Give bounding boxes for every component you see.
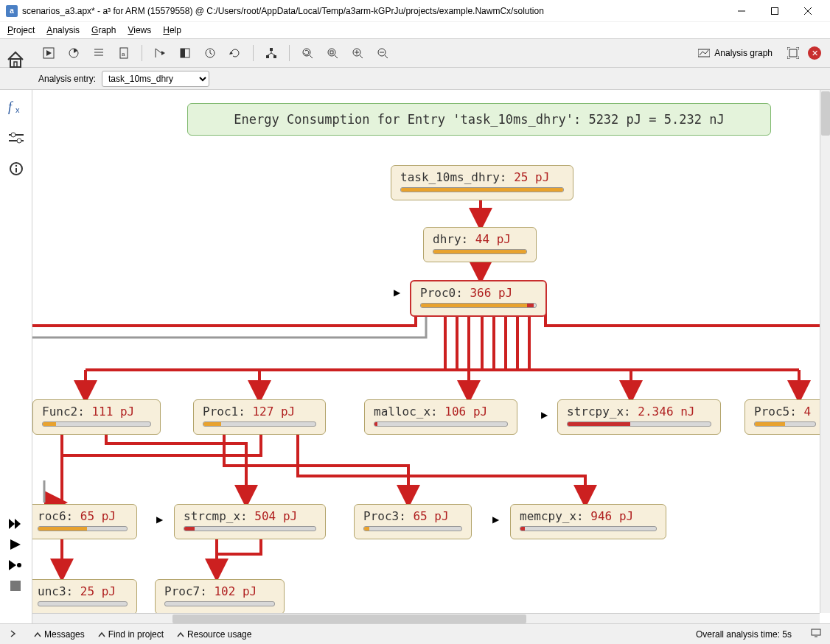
svg-text:a: a — [122, 51, 125, 57]
sidebar-play-to-icon[interactable] — [6, 557, 25, 573]
svg-marker-5 — [46, 50, 52, 56]
svg-rect-1 — [771, 7, 778, 14]
tool-zoom-in-icon[interactable] — [347, 43, 368, 63]
expand-caret[interactable]: ▶ — [541, 410, 548, 420]
sidebar-fast-forward-icon[interactable] — [6, 516, 25, 532]
node-value: 106 pJ — [444, 405, 487, 419]
analysis-graph-label[interactable]: Analysis graph — [692, 48, 778, 58]
expand-caret[interactable]: ▶ — [394, 287, 400, 298]
node-dhry[interactable]: dhry: 44 pJ — [423, 227, 537, 262]
svg-marker-58 — [10, 539, 21, 550]
sidebar-info-icon[interactable] — [5, 158, 27, 180]
chevron-up-icon — [34, 631, 41, 637]
node-strcmp_x[interactable]: strcmp_x: 504 pJ — [174, 504, 326, 539]
svg-line-35 — [385, 55, 388, 58]
node-func2[interactable]: Func2: 111 pJ — [32, 399, 161, 435]
status-messages[interactable]: Messages — [34, 629, 85, 640]
svg-text:x: x — [15, 105, 20, 114]
status-monitor-icon[interactable] — [811, 629, 821, 640]
sidebar-fx-icon[interactable]: fx — [5, 96, 27, 118]
graph-viewport[interactable]: Energy Consumption for Entry 'task_10ms_… — [32, 90, 830, 623]
node-proc3[interactable]: Proc3: 65 pJ — [354, 504, 472, 539]
node-memcpy_x[interactable]: memcpy_x: 946 pJ — [510, 504, 666, 539]
close-button[interactable] — [791, 0, 824, 22]
status-resource[interactable]: Resource usage — [177, 629, 251, 640]
svg-point-60 — [17, 563, 21, 567]
home-icon[interactable] — [6, 50, 28, 72]
node-label: roc6: — [38, 509, 73, 523]
left-sidebar: fx — [0, 90, 32, 623]
node-func3[interactable]: unc3: 25 pJ — [32, 579, 137, 615]
svg-point-54 — [15, 165, 16, 167]
minimize-button[interactable] — [725, 0, 758, 22]
tool-doc-icon[interactable]: a — [114, 43, 134, 63]
status-find[interactable]: Find in project — [98, 629, 164, 640]
node-value: 44 pJ — [475, 232, 511, 246]
close-panel-button[interactable]: ✕ — [808, 46, 821, 60]
status-messages-label: Messages — [44, 629, 85, 640]
svg-marker-12 — [161, 51, 165, 55]
statusbar-expand-icon[interactable] — [9, 629, 16, 640]
expand-caret[interactable]: ▶ — [156, 514, 163, 525]
tool-contrast-icon[interactable] — [175, 43, 195, 63]
node-proc1[interactable]: Proc1: 127 pJ — [193, 399, 326, 435]
tool-list-icon[interactable] — [88, 43, 109, 63]
node-label: Func2: — [42, 405, 85, 419]
menu-graph[interactable]: Graph — [91, 25, 116, 35]
svg-rect-62 — [10, 59, 21, 67]
menu-analysis[interactable]: Analysis — [46, 25, 80, 35]
expand-caret[interactable]: ▶ — [492, 514, 499, 525]
node-value: 65 pJ — [413, 509, 448, 523]
graph-icon — [698, 48, 710, 58]
analysis-entry-select[interactable]: task_10ms_dhry — [102, 71, 209, 87]
node-label: unc3: — [38, 584, 73, 598]
tool-play-box-icon[interactable] — [38, 43, 59, 63]
node-task_10ms_dhry[interactable]: task_10ms_dhry: 25 pJ — [391, 165, 573, 200]
node-label: task_10ms_dhry: — [400, 170, 507, 184]
sidebar-play-icon[interactable] — [6, 536, 25, 553]
svg-marker-56 — [9, 519, 15, 529]
node-value: 102 pJ — [214, 584, 257, 598]
node-proc6[interactable]: roc6: 65 pJ — [32, 504, 137, 539]
sidebar-sliders-icon[interactable] — [5, 127, 27, 149]
statusbar: Messages Find in project Resource usage … — [0, 623, 830, 644]
sidebar-stop-icon[interactable] — [6, 578, 25, 594]
menu-help[interactable]: Help — [163, 25, 181, 35]
svg-rect-21 — [273, 55, 276, 58]
node-proc5[interactable]: Proc5: 4 — [744, 399, 826, 435]
node-label: dhry: — [433, 232, 468, 246]
node-proc0[interactable]: Proc0: 366 pJ — [410, 280, 547, 317]
menu-project[interactable]: Project — [7, 25, 35, 35]
svg-marker-57 — [15, 519, 21, 529]
node-value: 111 pJ — [91, 405, 134, 419]
maximize-button[interactable] — [758, 0, 791, 22]
node-malloc_x[interactable]: malloc_x: 106 pJ — [364, 399, 517, 435]
menu-views[interactable]: Views — [128, 25, 151, 35]
analysis-graph-text: Analysis graph — [714, 48, 773, 58]
status-find-label: Find in project — [108, 629, 164, 640]
vertical-scrollbar[interactable] — [820, 90, 830, 613]
node-value: 127 pJ — [252, 405, 295, 419]
node-value: 25 pJ — [80, 584, 116, 598]
chevron-up-icon — [177, 631, 184, 637]
window-title: scenarios_a3.apx* - a³ for ARM (15579558… — [22, 6, 725, 16]
node-label: Proc3: — [363, 509, 406, 523]
node-strcpy_x[interactable]: strcpy_x: 2.346 nJ — [557, 399, 721, 435]
node-label: strcmp_x: — [184, 509, 248, 523]
tool-tree-icon[interactable] — [261, 43, 282, 63]
tool-refresh-icon[interactable] — [225, 43, 245, 63]
tool-step-icon[interactable] — [150, 43, 170, 63]
node-label: memcpy_x: — [520, 509, 584, 523]
tool-zoom-reset-icon[interactable] — [297, 43, 318, 63]
horizontal-scrollbar[interactable] — [32, 613, 820, 623]
node-label: Proc7: — [164, 584, 207, 598]
node-label: Proc0: — [420, 286, 463, 300]
tool-fullscreen-icon[interactable] — [783, 43, 803, 63]
tool-clock-icon[interactable] — [200, 43, 220, 63]
node-value: 946 pJ — [590, 509, 633, 523]
node-label: Proc1: — [203, 405, 245, 419]
tool-zoom-out-icon[interactable] — [372, 43, 393, 63]
tool-zoom-fit-icon[interactable] — [322, 43, 343, 63]
node-proc7[interactable]: Proc7: 102 pJ — [155, 579, 285, 615]
tool-piechart-icon[interactable] — [63, 43, 84, 63]
